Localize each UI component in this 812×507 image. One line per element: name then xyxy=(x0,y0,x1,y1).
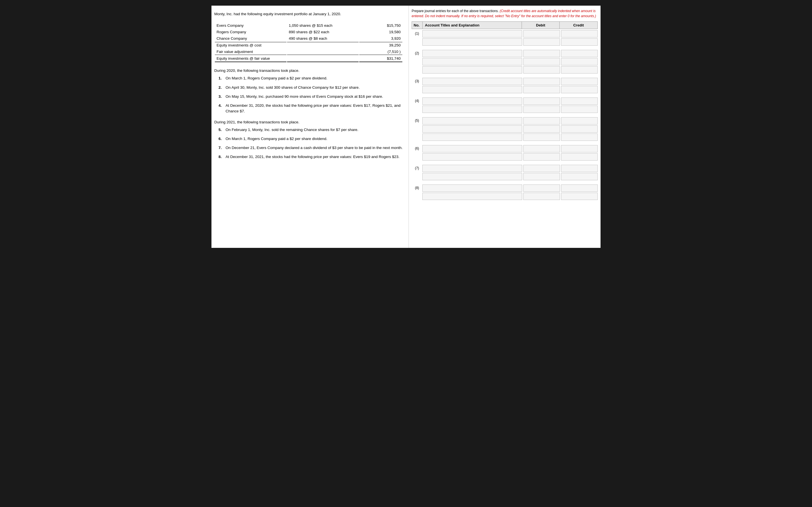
account-title-input[interactable] xyxy=(422,133,522,141)
transaction-num: 7. xyxy=(214,145,225,151)
credit-input[interactable] xyxy=(561,193,598,200)
transaction-num: 3. xyxy=(214,94,225,100)
account-title-input[interactable] xyxy=(422,125,522,133)
transaction-text: On March 1, Rogers Company paid a $2 per… xyxy=(225,75,403,81)
credit-input[interactable] xyxy=(561,153,598,161)
input-row xyxy=(422,98,598,105)
entry-inputs-group xyxy=(422,165,598,181)
account-title-input[interactable] xyxy=(422,153,522,161)
shares-info: 890 shares @ $22 each xyxy=(287,29,359,35)
account-title-input[interactable] xyxy=(422,173,522,180)
entry-inputs-group xyxy=(422,30,598,47)
credit-input[interactable] xyxy=(561,86,598,93)
account-title-input[interactable] xyxy=(422,78,522,85)
input-row xyxy=(422,145,598,152)
credit-input[interactable] xyxy=(561,184,598,192)
page-wrapper: Monty, Inc. had the following equity inv… xyxy=(211,6,601,248)
entry-number: (2) xyxy=(412,50,422,55)
credit-input[interactable] xyxy=(561,173,598,180)
credit-input[interactable] xyxy=(561,58,598,65)
account-title-input[interactable] xyxy=(422,58,522,65)
credit-input[interactable] xyxy=(561,106,598,113)
transaction-num: 6. xyxy=(214,136,225,142)
account-title-input[interactable] xyxy=(422,30,522,38)
account-title-input[interactable] xyxy=(422,184,522,192)
account-title-input[interactable] xyxy=(422,117,522,124)
entry-block-(7): (7) xyxy=(412,165,598,181)
input-row xyxy=(422,30,598,38)
debit-input[interactable] xyxy=(523,133,560,141)
account-title-input[interactable] xyxy=(422,86,522,93)
account-title-input[interactable] xyxy=(422,193,522,200)
credit-input[interactable] xyxy=(561,125,598,133)
entry-inputs-group xyxy=(422,50,598,74)
input-row xyxy=(422,86,598,93)
col-header-credit: Credit xyxy=(560,22,598,29)
account-title-input[interactable] xyxy=(422,106,522,113)
credit-input[interactable] xyxy=(561,50,598,57)
entry-number: (5) xyxy=(412,117,422,122)
debit-input[interactable] xyxy=(523,153,560,161)
transaction-num: 8. xyxy=(214,154,225,160)
entry-block-(4): (4) xyxy=(412,98,598,114)
account-title-input[interactable] xyxy=(422,165,522,172)
debit-input[interactable] xyxy=(523,106,560,113)
company-amount: $15,750 xyxy=(359,22,402,29)
credit-input[interactable] xyxy=(561,78,598,85)
debit-input[interactable] xyxy=(523,98,560,105)
debit-input[interactable] xyxy=(523,145,560,152)
debit-input[interactable] xyxy=(523,117,560,124)
col-header-no: No. xyxy=(412,22,423,29)
credit-input[interactable] xyxy=(561,38,598,46)
entry-number: (6) xyxy=(412,145,422,151)
account-title-input[interactable] xyxy=(422,98,522,105)
credit-input[interactable] xyxy=(561,117,598,124)
entry-inputs-group xyxy=(422,145,598,161)
debit-input[interactable] xyxy=(523,50,560,57)
account-title-input[interactable] xyxy=(422,38,522,46)
equity-fair-row: Equity investments @ fair value $31,740 xyxy=(215,55,402,62)
company-name: Chance Company xyxy=(215,36,287,41)
transaction-num: 1. xyxy=(214,75,225,81)
input-row xyxy=(422,58,598,65)
credit-input[interactable] xyxy=(561,145,598,152)
account-title-input[interactable] xyxy=(422,50,522,57)
entry-number: (3) xyxy=(412,78,422,83)
transaction-2020-1: 1.On March 1, Rogers Company paid a $2 p… xyxy=(214,75,403,81)
account-title-input[interactable] xyxy=(422,66,522,73)
input-row xyxy=(422,50,598,57)
debit-input[interactable] xyxy=(523,86,560,93)
input-row xyxy=(422,173,598,180)
transaction-text: On April 30, Monty, Inc. sold 300 shares… xyxy=(225,85,403,91)
debit-input[interactable] xyxy=(523,58,560,65)
transaction-num: 4. xyxy=(214,103,225,108)
transaction-2021-8: 8.At December 31, 2021, the stocks had t… xyxy=(214,154,403,160)
account-title-input[interactable] xyxy=(422,145,522,152)
debit-input[interactable] xyxy=(523,125,560,133)
equity-cost-row: Equity investments @ cost 39,250 xyxy=(215,42,402,48)
debit-input[interactable] xyxy=(523,38,560,46)
input-row xyxy=(422,38,598,46)
transactions-2021-intro: During 2021, the following transactions … xyxy=(214,120,403,124)
debit-input[interactable] xyxy=(523,78,560,85)
debit-input[interactable] xyxy=(523,184,560,192)
debit-input[interactable] xyxy=(523,193,560,200)
credit-input[interactable] xyxy=(561,98,598,105)
input-row xyxy=(422,106,598,113)
debit-input[interactable] xyxy=(523,165,560,172)
right-panel: Prepare journal entries for each of the … xyxy=(409,6,601,248)
credit-input[interactable] xyxy=(561,133,598,141)
credit-input[interactable] xyxy=(561,30,598,38)
transactions-2021-list: 5.On February 1, Monty, Inc. sold the re… xyxy=(214,127,403,160)
credit-input[interactable] xyxy=(561,66,598,73)
credit-input[interactable] xyxy=(561,165,598,172)
debit-input[interactable] xyxy=(523,173,560,180)
company-amount: 19,580 xyxy=(359,29,402,35)
input-row xyxy=(422,193,598,200)
company-row-1: Rogers Company 890 shares @ $22 each 19,… xyxy=(215,29,402,35)
company-row-2: Chance Company 490 shares @ $8 each 3,92… xyxy=(215,36,402,41)
debit-input[interactable] xyxy=(523,66,560,73)
company-name: Evers Company xyxy=(215,22,287,29)
debit-input[interactable] xyxy=(523,30,560,38)
company-name: Rogers Company xyxy=(215,29,287,35)
